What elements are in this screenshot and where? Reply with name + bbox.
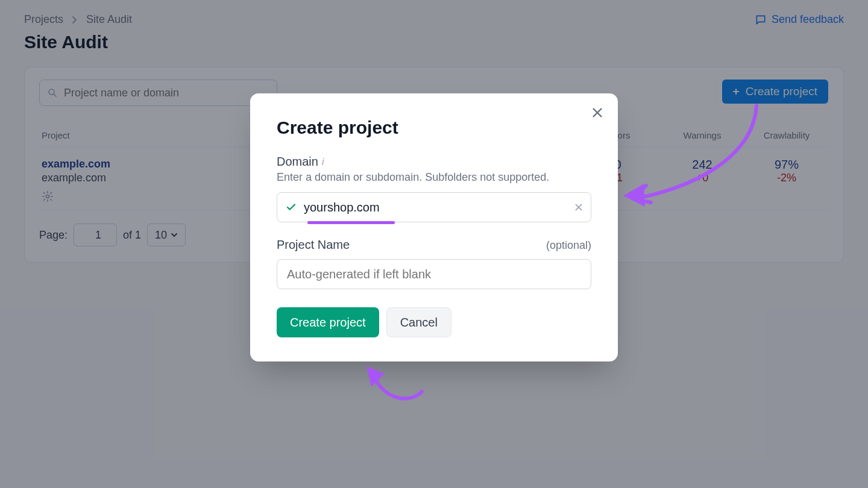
annotation-underline bbox=[307, 221, 395, 224]
cancel-button[interactable]: Cancel bbox=[386, 307, 451, 337]
modal-title: Create project bbox=[277, 117, 591, 138]
project-name-field[interactable] bbox=[277, 259, 591, 289]
domain-label: Domain i bbox=[277, 155, 591, 169]
info-icon[interactable]: i bbox=[322, 157, 324, 167]
project-name-label: Project Name bbox=[277, 238, 350, 252]
optional-label: (optional) bbox=[546, 239, 591, 252]
create-project-modal: Create project Domain i Enter a domain o… bbox=[250, 93, 618, 361]
project-name-input[interactable] bbox=[287, 267, 581, 281]
domain-hint: Enter a domain or subdomain. Subfolders … bbox=[277, 171, 591, 184]
clear-icon[interactable] bbox=[574, 202, 583, 212]
domain-input[interactable] bbox=[304, 201, 564, 214]
close-icon[interactable] bbox=[589, 104, 606, 121]
submit-button[interactable]: Create project bbox=[277, 307, 379, 337]
check-icon bbox=[286, 202, 297, 213]
domain-field[interactable] bbox=[277, 192, 591, 222]
